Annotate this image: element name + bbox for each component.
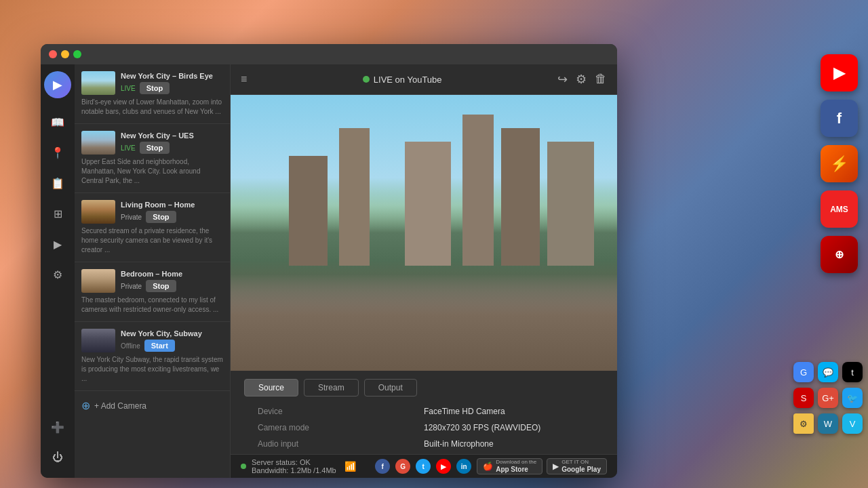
tab-output[interactable]: Output [364,379,417,396]
wordpress-dock-icon[interactable]: W [818,413,838,434]
sidebar-icons: ▶ 📖 📍 📋 ⊞ ▶ ⚙ ➕ ⏻ [41,64,75,478]
sidebar-item-add[interactable]: ➕ [44,413,71,441]
camera-mode-label: Camera mode [258,423,424,432]
camera-status-4: Offline [121,342,140,350]
main-content: ≡ LIVE on YouTube ↪ ⚙ 🗑 [231,64,617,478]
camera-item-4[interactable]: New York City, Subway Offline Start New … [75,322,230,391]
camera-button-3[interactable]: Stop [146,280,176,292]
device-value: FaceTime HD Camera [424,407,590,416]
share-icon[interactable]: ↪ [557,72,568,87]
sidebar-item-location[interactable]: 📍 [44,139,71,166]
flash-dock-icon[interactable]: ⚡ [821,145,858,182]
live-indicator: LIVE on YouTube [363,75,442,85]
building-5 [289,156,328,266]
camera-desc-1: Upper East Side and neighborhood, Manhat… [81,157,223,186]
sidebar-item-video[interactable]: ▶ [44,230,71,258]
sidebar-item-grid[interactable]: ⊞ [44,200,71,227]
sidebar-item-list[interactable]: 📋 [44,169,71,197]
chat-dock-icon[interactable]: 💬 [818,362,838,382]
sidebar-item-power[interactable]: ⏻ [44,444,71,471]
camera-desc-4: New York City Subway, the rapid transit … [81,355,223,384]
app-logo[interactable]: ▶ [44,71,71,98]
camera-thumb-4 [81,329,115,352]
twitter-social-icon[interactable]: t [416,459,431,474]
camera-name-0: New York City – Birds Eye [121,71,223,81]
google-play-badge[interactable]: ▶ GET IT ON Google Play [547,458,607,474]
building-3 [501,128,540,266]
linkedin-social-icon[interactable]: in [456,459,471,474]
facebook-social-icon[interactable]: f [375,459,390,474]
audio-input-label: Audio input [258,439,424,449]
add-camera-button[interactable]: ⊕ + Add Camera [75,391,230,420]
title-bar [41,44,617,64]
camera-status-0: LIVE [121,85,136,92]
tab-stream[interactable]: Stream [304,379,359,396]
device-info-grid: Device FaceTime HD Camera Camera mode 12… [244,407,604,449]
camera-thumb-3 [81,269,115,293]
delete-icon[interactable]: 🗑 [595,72,607,87]
sidebar-item-settings[interactable]: ⚙ [44,261,71,288]
camera-button-4[interactable]: Start [144,340,175,352]
live-status-text: LIVE on YouTube [374,75,442,85]
server-status-dot [241,464,246,469]
target-dock-icon[interactable]: ⊕ [821,236,858,273]
gplus-social-icon[interactable]: G [395,459,410,474]
camera-desc-0: Bird's-eye view of Lower Manhattan, zoom… [81,98,223,117]
youtube-social-icon[interactable]: ▶ [436,459,451,474]
server-status-text: Server status: OK Bandwidth: 1.2Mb /1.4M… [252,458,336,474]
camera-button-2[interactable]: Stop [146,211,176,223]
right-dock-bottom: G 💬 t S G+ 🐦 ⚙ W V [793,362,863,434]
camera-status-3: Private [121,283,142,290]
camera-name-4: New York City, Subway [121,329,223,338]
camera-name-2: Living Room – Home [121,200,223,209]
social-icons: f G t ▶ in [375,459,471,474]
tab-row: Source Stream Output [244,379,604,396]
youtube2-dock-icon[interactable]: ⚙ [793,413,814,434]
live-status-dot [363,76,370,83]
building-6 [339,128,370,266]
top-bar: ≡ LIVE on YouTube ↪ ⚙ 🗑 [231,64,617,95]
camera-list: New York City – Birds Eye LIVE Stop Bird… [75,64,231,478]
facebook-dock-icon[interactable]: f [821,100,858,137]
camera-mode-value: 868x488 30 FPS (RAWVIDEO) [424,423,590,432]
camera-name-1: New York City – UES [121,131,223,140]
right-dock: ▶ f ⚡ AMS ⊕ [821,54,858,273]
camera-item-2[interactable]: Living Room – Home Private Stop Secured … [75,193,230,262]
status-bar: Server status: OK Bandwidth: 1.2Mb /1.4M… [231,454,617,478]
ams-dock-icon[interactable]: AMS [821,190,858,228]
camera-thumb-2 [81,200,115,224]
audio-input-value: Built-in Microphone [424,439,590,449]
camera-button-0[interactable]: Stop [140,82,170,94]
tumblr-dock-icon[interactable]: t [842,362,863,382]
youtube-dock-icon[interactable]: ▶ [821,54,858,92]
bottom-panel: Source Stream Output Device FaceTime HD … [231,371,617,454]
minimize-button[interactable] [61,50,69,58]
camera-button-1[interactable]: Stop [140,142,170,154]
store-badges: 🍎 Download on the App Store ▶ GET IT ON … [477,458,607,474]
settings-icon[interactable]: ⚙ [576,72,587,87]
close-button[interactable] [49,50,57,58]
app-store-badge[interactable]: 🍎 Download on the App Store [477,458,542,474]
camera-status-2: Private [121,214,142,221]
google-dock-icon[interactable]: G [793,362,814,382]
fullscreen-button[interactable] [73,50,81,58]
twitter-dock-icon[interactable]: 🐦 [842,388,863,408]
gplus-dock-icon[interactable]: G+ [818,388,838,408]
menu-icon[interactable]: ≡ [241,73,247,85]
camera-item-1[interactable]: New York City – UES LIVE Stop Upper East… [75,124,230,193]
camera-thumb-0 [81,71,115,95]
app-window: ▶ 📖 📍 📋 ⊞ ▶ ⚙ ➕ ⏻ New York City – Birds … [41,44,617,478]
s-dock-icon[interactable]: S [793,388,814,408]
camera-item-0[interactable]: New York City – Birds Eye LIVE Stop Bird… [75,64,230,124]
main-layout: ▶ 📖 📍 📋 ⊞ ▶ ⚙ ➕ ⏻ New York City – Birds … [41,64,617,478]
camera-desc-3: The master bedroom, connected to my list… [81,296,223,314]
sidebar-item-library[interactable]: 📖 [44,108,71,136]
tab-source[interactable]: Source [244,379,298,396]
add-camera-label: + Add Camera [94,401,146,411]
top-bar-actions: ↪ ⚙ 🗑 [557,72,607,87]
camera-status-1: LIVE [121,144,136,152]
bandwidth-icon: 📶 [344,461,356,472]
camera-item-3[interactable]: Bedroom – Home Private Stop The master b… [75,262,230,322]
vimeo-dock-icon[interactable]: V [842,413,863,434]
device-label: Device [258,407,424,416]
